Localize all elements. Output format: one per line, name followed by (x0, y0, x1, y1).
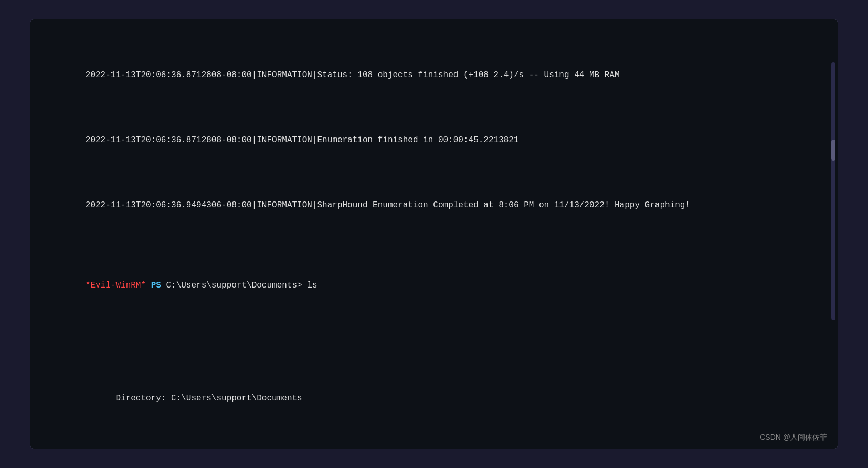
evil-winrm-label-1: *Evil-WinRM* (86, 281, 146, 290)
terminal-window: 2022-11-13T20:06:36.8712808-08:00|INFORM… (30, 19, 838, 449)
scrollbar[interactable] (831, 62, 835, 320)
log-text-3: 2022-11-13T20:06:36.9494306-08:00|INFORM… (86, 200, 690, 210)
path-label-1: C:\Users\support\Documents> (166, 281, 302, 290)
log-line-1: 2022-11-13T20:06:36.8712808-08:00|INFORM… (45, 56, 823, 95)
terminal-output: 2022-11-13T20:06:36.8712808-08:00|INFORM… (45, 30, 823, 449)
dir-header-text: Directory: C:\Users\support\Documents (96, 393, 302, 403)
log-line-2: 2022-11-13T20:06:36.8712808-08:00|INFORM… (45, 121, 823, 160)
log-text-2: 2022-11-13T20:06:36.8712808-08:00|INFORM… (86, 135, 519, 145)
log-text-1: 2022-11-13T20:06:36.8712808-08:00|INFORM… (86, 70, 620, 80)
prompt-line-1: *Evil-WinRM* PS C:\Users\support\Documen… (45, 266, 823, 305)
watermark: CSDN @人间体佐菲 (760, 433, 827, 442)
terminal-body[interactable]: 2022-11-13T20:06:36.8712808-08:00|INFORM… (30, 19, 838, 449)
dir-header-line: Directory: C:\Users\support\Documents (45, 379, 823, 418)
dir-listing: Directory: C:\Users\support\Documents Mo… (45, 348, 823, 449)
cmd-ls: ls (302, 281, 317, 290)
log-line-3: 2022-11-13T20:06:36.9494306-08:00|INFORM… (45, 186, 823, 225)
ps-label-1: PS (146, 281, 166, 290)
watermark-text: CSDN @人间体佐菲 (760, 433, 827, 441)
scrollbar-thumb[interactable] (831, 140, 835, 161)
